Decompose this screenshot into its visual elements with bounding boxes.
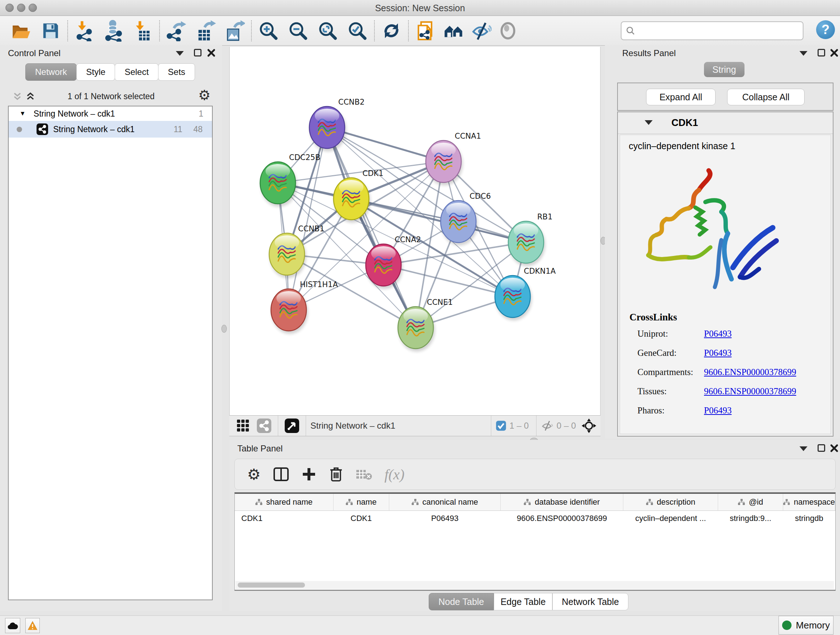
network-node-CCNB1[interactable]: CCNB1 [269,225,325,278]
cloud-button[interactable] [5,618,20,633]
tab-string[interactable]: String [704,62,745,77]
control-panel-menu-icon[interactable] [176,51,184,56]
tab-network[interactable]: Network [25,63,77,81]
fit-selection-crosshair-icon[interactable] [579,416,599,435]
scrollbar-thumb[interactable] [238,583,305,587]
column-header-namespace[interactable]: namespace [783,494,835,510]
crosslink-uniprot-link[interactable]: P06493 [704,329,731,339]
column-header-shared-name[interactable]: shared name [235,494,333,510]
save-session-button[interactable] [39,19,62,42]
show-all-button[interactable] [496,19,519,42]
warning-button[interactable] [25,618,40,633]
table-cell[interactable]: stringdb:9... [718,510,783,526]
open-session-button[interactable] [9,19,33,42]
search-field[interactable] [621,21,804,40]
table-horizontal-scrollbar[interactable] [235,581,834,589]
network-node-CCNA1[interactable]: CCNA1 [426,132,481,185]
delete-table-icon[interactable] [355,468,372,481]
hide-selected-button[interactable] [470,19,493,42]
hidden-eye-slash-icon[interactable] [541,420,554,432]
import-table-button[interactable] [131,19,154,42]
network-view-canvas[interactable]: CCNB2CCNA1CDC25BCDK1CDC6RB1CCNB1CCNA2CDK… [229,47,600,415]
delete-column-trash-icon[interactable] [329,466,343,482]
zoom-selected-button[interactable] [346,19,369,42]
export-table-button[interactable] [194,19,217,42]
table-cell[interactable]: stringdb [783,510,835,526]
help-button[interactable]: ? [816,20,835,39]
tab-sets[interactable]: Sets [158,63,195,81]
collapse-all-button[interactable]: Collapse All [727,89,805,105]
export-network-button[interactable] [165,19,188,42]
tab-node-table[interactable]: Node Table [429,593,494,610]
tab-network-table[interactable]: Network Table [553,593,628,610]
table-panel-menu-icon[interactable] [799,447,807,451]
table-cell[interactable]: cyclin–dependent ... [623,510,718,526]
control-panel-close-icon[interactable] [207,49,216,57]
column-type-icon [256,499,263,505]
detach-view-icon[interactable] [283,416,302,435]
control-panel-float-icon[interactable] [194,49,202,57]
column-header-description[interactable]: description [623,494,718,510]
import-network-database-button[interactable] [102,19,125,42]
column-header--id[interactable]: @id [718,494,783,510]
selected-checkbox-icon[interactable] [496,420,507,431]
refresh-button[interactable] [380,19,403,42]
table-options-gear-icon[interactable]: ⚙ [247,466,261,483]
column-header-database-identifier[interactable]: database identifier [501,494,623,510]
crosslink-genecard-link[interactable]: P06493 [704,348,731,358]
first-neighbors-button[interactable] [442,19,465,42]
tab-edge-table[interactable]: Edge Table [494,593,553,610]
crosslink-pharos-link[interactable]: P06493 [704,405,731,416]
network-edge-CCNB2-CCNE1[interactable] [327,127,416,328]
function-builder-icon[interactable]: f(x) [385,466,405,483]
network-share-icon[interactable] [255,416,273,435]
table-panel-float-icon[interactable] [818,444,825,452]
window-zoom-button[interactable] [28,4,37,12]
network-collection-row[interactable]: ▼ String Network – cdk1 1 [9,106,212,121]
gene-collapse-icon[interactable] [645,120,653,125]
search-input[interactable] [635,26,794,36]
window-close-button[interactable] [5,4,14,12]
zoom-out-button[interactable] [286,19,309,42]
show-columns-icon[interactable] [273,467,289,481]
crosslink-compartments-link[interactable]: 9606.ENSP00000378699 [704,367,796,377]
gene-details: cyclin–dependent kinase 1 [620,135,831,434]
network-options-gear-icon[interactable]: ⚙ [198,87,210,103]
network-node-CDKN1A[interactable]: CDKN1A [495,267,556,320]
tab-select[interactable]: Select [115,63,158,81]
add-column-icon[interactable] [302,467,317,482]
gene-section-header[interactable]: CDK1 [618,112,833,134]
left-splitter-handle[interactable] [221,325,227,333]
import-network-file-button[interactable] [73,19,96,42]
network-graph[interactable]: CCNB2CCNA1CDC25BCDK1CDC6RB1CCNB1CCNA2CDK… [230,47,600,415]
results-panel-float-icon[interactable] [818,49,825,57]
expand-all-button[interactable]: Expand All [646,89,715,105]
new-network-from-selection-button[interactable] [414,19,437,42]
tab-style[interactable]: Style [76,63,115,81]
export-image-button[interactable] [223,19,246,42]
zoom-fit-button[interactable] [316,19,339,42]
results-panel-menu-icon[interactable] [799,51,807,56]
table-cell[interactable]: P06493 [389,510,500,526]
column-header-name[interactable]: name [333,494,389,510]
table-cell[interactable]: CDK1 [333,510,389,526]
network-node-CDC6[interactable]: CDC6 [441,192,491,245]
window-minimize-button[interactable] [17,4,25,12]
zoom-in-button[interactable] [257,19,280,42]
table-row[interactable]: CDK1CDK1P064939606.ENSP00000378699cyclin… [235,510,835,526]
network-node-RB1[interactable]: RB1 [508,212,553,266]
column-header-canonical-name[interactable]: canonical name [389,494,500,510]
table-cell[interactable]: 9606.ENSP00000378699 [501,510,623,526]
collection-expand-icon[interactable]: ▼ [19,110,26,117]
network-edge-CDK1-RB1[interactable] [351,199,526,242]
table-cell[interactable]: CDK1 [235,510,333,526]
table-panel-close-icon[interactable] [830,444,838,453]
network-node-HIST1H1A[interactable]: HIST1H1A [271,280,338,334]
results-panel-close-icon[interactable] [830,49,838,57]
birds-eye-grid-icon[interactable] [234,416,253,435]
crosslink-tissues-link[interactable]: 9606.ENSP00000378699 [704,386,796,396]
table-panel-title: Table Panel [237,443,283,454]
network-node-CCNB2[interactable]: CCNB2 [309,98,365,151]
network-row-selected[interactable]: String Network – cdk1 11 48 [9,121,212,138]
memory-indicator[interactable]: Memory [778,616,834,635]
